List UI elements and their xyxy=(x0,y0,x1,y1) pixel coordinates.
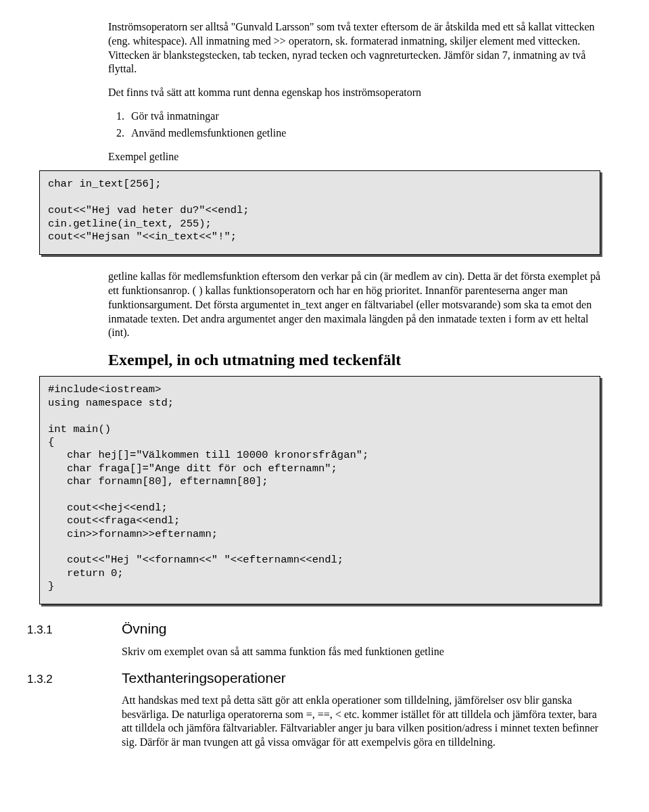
code-block-getline: char in_text[256]; cout<<"Hej vad heter … xyxy=(39,170,600,255)
list-item: Använd medlemsfunktionen getline xyxy=(127,126,602,141)
numbered-list: Gör två inmatningar Använd medlemsfunkti… xyxy=(108,110,602,141)
paragraph-two-ways: Det finns två sätt att komma runt denna … xyxy=(108,86,602,100)
heading-number: 1.3.1 xyxy=(27,623,122,638)
heading-title: Texthanteringsoperationer xyxy=(122,669,286,687)
heading-number: 1.3.2 xyxy=(27,672,122,687)
paragraph-getline-desc: getline kallas för medlemsfunktion efter… xyxy=(108,270,602,340)
list-item: Gör två inmatningar xyxy=(127,110,602,124)
heading-1-3-2: 1.3.2 Texthanteringsoperationer xyxy=(27,669,622,687)
paragraph-exercise: Skriv om exemplet ovan så att samma funk… xyxy=(122,645,602,659)
heading-example-io: Exempel, in och utmatning med teckenfält xyxy=(108,350,602,371)
heading-title: Övning xyxy=(122,619,167,638)
example-label-getline: Exempel getline xyxy=(108,150,602,164)
heading-1-3-1: 1.3.1 Övning xyxy=(27,619,622,638)
paragraph-texthandling: Att handskas med text på detta sätt gör … xyxy=(122,694,602,750)
code-block-example-io: #include<iostream> using namespace std; … xyxy=(39,376,600,604)
paragraph-intro: Inströmsoperatorn ser alltså "Gunvald La… xyxy=(108,20,602,76)
